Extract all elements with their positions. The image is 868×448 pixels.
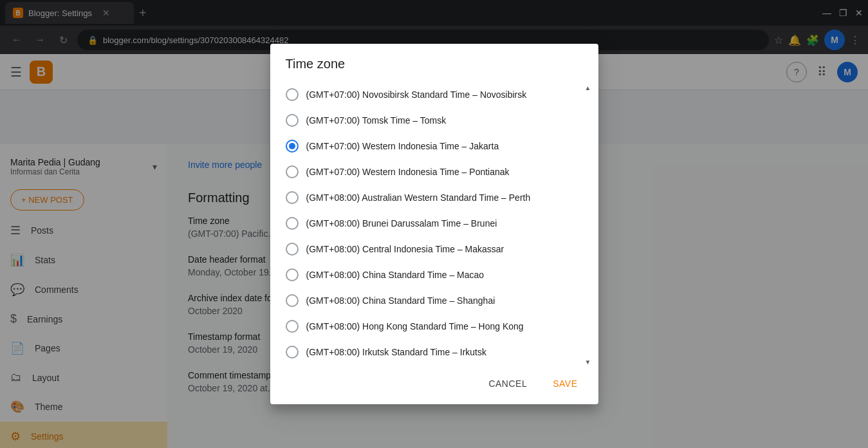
timezone-option-8[interactable]: (GMT+08:00) China Standard Time – Macao <box>286 262 573 288</box>
timezone-option-6[interactable]: (GMT+08:00) Brunei Darussalam Time – Bru… <box>286 210 573 236</box>
radio-circle-1 <box>286 88 299 101</box>
dialog-title: Time zone <box>270 44 598 82</box>
save-button[interactable]: SAVE <box>542 373 587 394</box>
timezone-label-9: (GMT+08:00) China Standard Time – Shangh… <box>306 295 495 306</box>
timezone-option-11[interactable]: (GMT+08:00) Irkutsk Standard Time – Irku… <box>286 339 573 365</box>
radio-circle-6 <box>286 217 299 230</box>
timezone-option-7[interactable]: (GMT+08:00) Central Indonesia Time – Mak… <box>286 236 573 262</box>
cancel-button[interactable]: CANCEL <box>478 373 537 394</box>
scroll-up-icon[interactable]: ▲ <box>583 84 593 91</box>
timezone-option-4[interactable]: (GMT+07:00) Western Indonesia Time – Pon… <box>286 159 573 185</box>
timezone-option-5[interactable]: (GMT+08:00) Australian Western Standard … <box>286 185 573 210</box>
radio-circle-3 <box>286 140 299 153</box>
radio-circle-2 <box>286 114 299 127</box>
radio-circle-11 <box>286 346 299 359</box>
timezone-label-8: (GMT+08:00) China Standard Time – Macao <box>306 270 485 280</box>
timezone-option-3[interactable]: (GMT+07:00) Western Indonesia Time – Jak… <box>286 133 573 159</box>
radio-circle-9 <box>286 294 299 307</box>
modal-overlay[interactable]: Time zone (GMT+07:00) Novosibirsk Standa… <box>0 0 868 448</box>
timezone-dialog: Time zone (GMT+07:00) Novosibirsk Standa… <box>270 44 598 404</box>
radio-circle-7 <box>286 243 299 256</box>
timezone-option-1[interactable]: (GMT+07:00) Novosibirsk Standard Time – … <box>286 82 573 107</box>
timezone-option-10[interactable]: (GMT+08:00) Hong Kong Standard Time – Ho… <box>286 313 573 339</box>
timezone-label-10: (GMT+08:00) Hong Kong Standard Time – Ho… <box>306 321 524 331</box>
timezone-label-7: (GMT+08:00) Central Indonesia Time – Mak… <box>306 244 504 254</box>
timezone-label-11: (GMT+08:00) Irkutsk Standard Time – Irku… <box>306 347 487 357</box>
timezone-option-2[interactable]: (GMT+07:00) Tomsk Time – Tomsk <box>286 107 573 133</box>
timezone-label-1: (GMT+07:00) Novosibirsk Standard Time – … <box>306 89 527 100</box>
timezone-label-4: (GMT+07:00) Western Indonesia Time – Pon… <box>306 167 510 177</box>
scrollbar-arrows: ▲ ▼ <box>583 82 593 368</box>
dialog-body: (GMT+07:00) Novosibirsk Standard Time – … <box>270 82 598 368</box>
radio-circle-4 <box>286 165 299 178</box>
radio-circle-10 <box>286 320 299 333</box>
timezone-list[interactable]: (GMT+07:00) Novosibirsk Standard Time – … <box>275 82 583 368</box>
timezone-label-5: (GMT+08:00) Australian Western Standard … <box>306 192 531 203</box>
radio-circle-8 <box>286 268 299 281</box>
dialog-actions: CANCEL SAVE <box>270 368 598 404</box>
timezone-label-3: (GMT+07:00) Western Indonesia Time – Jak… <box>306 141 499 151</box>
radio-circle-5 <box>286 191 299 204</box>
scroll-down-icon[interactable]: ▼ <box>583 359 593 366</box>
timezone-label-2: (GMT+07:00) Tomsk Time – Tomsk <box>306 115 447 126</box>
timezone-option-9[interactable]: (GMT+08:00) China Standard Time – Shangh… <box>286 288 573 313</box>
timezone-label-6: (GMT+08:00) Brunei Darussalam Time – Bru… <box>306 218 497 229</box>
